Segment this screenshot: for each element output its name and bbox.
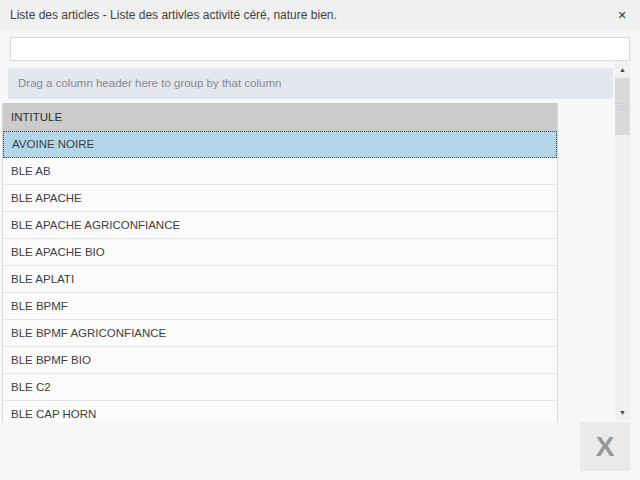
list-item[interactable]: BLE AB	[3, 158, 557, 185]
list-item[interactable]: BLE BPMF AGRICONFIANCE	[3, 320, 557, 347]
close-dialog-button[interactable]: X	[580, 422, 630, 471]
group-by-hint: Drag a column header here to group by th…	[18, 77, 281, 89]
list-item[interactable]: BLE BPMF BIO	[3, 347, 557, 374]
vertical-scrollbar[interactable]: ▲ ▼	[615, 62, 630, 421]
list-item[interactable]: BLE APACHE	[3, 185, 557, 212]
scroll-down-icon[interactable]: ▼	[615, 405, 630, 421]
articles-grid: INTITULE AVOINE NOIREBLE ABBLE APACHEBLE…	[2, 103, 558, 422]
dialog-title: Liste des articles - Liste des artivles …	[10, 0, 337, 30]
scrollbar-thumb[interactable]	[615, 78, 630, 135]
list-body: AVOINE NOIREBLE ABBLE APACHEBLE APACHE A…	[3, 131, 557, 422]
column-header-intitule[interactable]: INTITULE	[3, 103, 557, 131]
list-item[interactable]: BLE CAP HORN	[3, 401, 557, 422]
list-item[interactable]: BLE APACHE AGRICONFIANCE	[3, 212, 557, 239]
list-item[interactable]: BLE APLATI	[3, 266, 557, 293]
close-icon[interactable]: ✕	[614, 0, 630, 30]
list-item[interactable]: AVOINE NOIRE	[3, 131, 557, 158]
scroll-up-icon[interactable]: ▲	[615, 62, 630, 78]
group-by-panel[interactable]: Drag a column header here to group by th…	[8, 68, 613, 99]
titlebar: Liste des articles - Liste des artivles …	[0, 0, 640, 30]
grip-icon	[618, 103, 627, 111]
list-item[interactable]: BLE BPMF	[3, 293, 557, 320]
list-item[interactable]: BLE C2	[3, 374, 557, 401]
search-input[interactable]	[10, 37, 630, 61]
articles-list-dialog: Liste des articles - Liste des artivles …	[0, 0, 640, 480]
list-item[interactable]: BLE APACHE BIO	[3, 239, 557, 266]
